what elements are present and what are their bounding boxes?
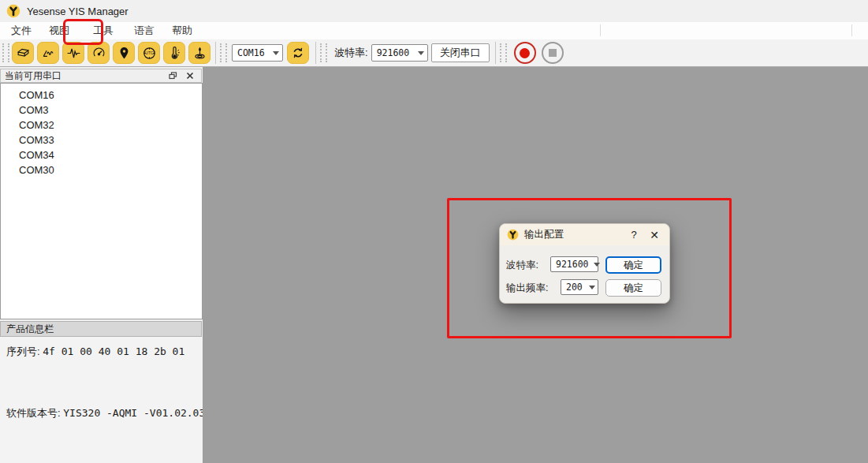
port-select[interactable]: COM16	[232, 44, 283, 62]
info-panel-header: 产品信息栏	[0, 321, 202, 337]
serial-number-label: 序列号:	[6, 345, 40, 357]
toolbar-separator	[495, 42, 496, 64]
ports-panel-title: 当前可用串口	[5, 69, 166, 83]
float-panel-icon	[169, 72, 177, 80]
dialog-help-button[interactable]: ?	[625, 229, 643, 241]
dialog-baud-select[interactable]: 921600	[550, 256, 598, 272]
software-version-line: 软件版本号: YIS320 -AQMI -V01.02.03;	[6, 406, 211, 420]
refresh-icon	[291, 46, 305, 60]
info-panel-body: 序列号: 4f 01 00 40 01 18 2b 01 软件版本号: YIS3…	[0, 337, 203, 463]
info-panel-title: 产品信息栏	[6, 323, 54, 336]
baud-rate-select[interactable]: 921600	[371, 44, 428, 62]
port-select-value: COM16	[237, 47, 268, 58]
gauge-icon	[91, 46, 106, 61]
location-pin-button[interactable]	[113, 42, 135, 64]
altimeter-button[interactable]	[188, 42, 210, 64]
close-serial-port-button[interactable]: 关闭串口	[431, 43, 490, 62]
menu-item-help[interactable]: 帮助	[166, 22, 199, 39]
box-3d-button[interactable]	[12, 42, 34, 64]
serial-number-value: 4f 01 00 40 01 18 2b 01	[43, 345, 184, 357]
dialog-rate-row: 输出频率: 200 确定	[500, 279, 669, 297]
dialog-rate-ok-button[interactable]: 确定	[605, 279, 661, 297]
menu-item-tools[interactable]: 工具	[87, 22, 120, 39]
dialog-close-button[interactable]: ✕	[643, 229, 666, 241]
menu-item-language[interactable]: 语言	[128, 22, 161, 39]
left-dock-area: 当前可用串口 COM16 COM3 COM32 COM33 COM34 COM3…	[0, 67, 203, 463]
dialog-rate-label: 输出频率:	[506, 279, 548, 297]
dialog-title: 输出配置	[524, 228, 625, 241]
chevron-down-icon	[594, 263, 600, 267]
toolbar: UTC COM16	[0, 39, 868, 67]
dialog-baud-value: 921600	[556, 259, 589, 270]
refresh-ports-button[interactable]	[287, 42, 309, 64]
menubar: 文件 视图 工具 语言 帮助	[0, 22, 868, 40]
toolbar-drag-handle[interactable]	[500, 43, 507, 62]
float-panel-button[interactable]	[166, 70, 179, 81]
record-icon	[520, 48, 530, 58]
toolbar-separator	[315, 42, 316, 64]
svg-text:UTC: UTC	[145, 50, 154, 55]
dialog-baud-ok-button[interactable]: 确定	[605, 256, 661, 274]
gauge-button[interactable]	[88, 42, 110, 64]
waveform-icon	[66, 46, 81, 61]
dialog-logo-icon	[507, 229, 519, 241]
menu-item-file[interactable]: 文件	[5, 22, 38, 39]
app-logo-icon	[6, 4, 20, 18]
stop-icon	[549, 49, 557, 57]
output-config-dialog: 输出配置 ? ✕ 波特率: 921600 确定 输出频率: 200 确定	[499, 223, 670, 304]
dialog-rate-select[interactable]: 200	[561, 279, 598, 295]
software-version-label: 软件版本号:	[6, 407, 61, 419]
ports-list: COM16 COM3 COM32 COM33 COM34 COM30	[0, 83, 203, 319]
record-button[interactable]	[514, 42, 536, 64]
chevron-down-icon	[418, 51, 424, 55]
dialog-baud-label: 波特率:	[506, 256, 538, 274]
angle-wave-button[interactable]	[37, 42, 59, 64]
dialog-rate-value: 200	[566, 282, 584, 293]
angle-wave-icon	[41, 46, 56, 61]
toolbar-drag-handle[interactable]	[320, 43, 327, 62]
chevron-down-icon	[273, 51, 279, 55]
baud-rate-label: 波特率:	[334, 46, 368, 60]
location-pin-icon	[117, 46, 132, 61]
toolbar-drag-handle[interactable]	[220, 43, 227, 62]
titlebar: Yesense YIS Manager	[0, 0, 868, 22]
serial-number-line: 序列号: 4f 01 00 40 01 18 2b 01	[6, 345, 184, 359]
chevron-down-icon	[589, 286, 595, 289]
stop-button[interactable]	[542, 42, 564, 64]
dialog-titlebar[interactable]: 输出配置 ? ✕	[500, 224, 669, 245]
thermometer-icon	[167, 46, 182, 61]
list-item[interactable]: COM33	[1, 133, 202, 147]
utc-clock-icon: UTC	[142, 46, 157, 61]
list-item[interactable]: COM32	[1, 118, 202, 133]
baud-rate-value: 921600	[377, 47, 413, 58]
ports-panel-header: 当前可用串口	[0, 69, 202, 83]
utc-clock-button[interactable]: UTC	[138, 42, 160, 64]
dialog-baud-row: 波特率: 921600 确定	[500, 256, 669, 274]
box-3d-icon	[16, 46, 31, 61]
menu-item-view[interactable]: 视图	[43, 22, 76, 39]
dock-separator	[600, 24, 601, 36]
app-window: Yesense YIS Manager 文件 视图 工具 语言 帮助	[0, 0, 868, 463]
waveform-button[interactable]	[62, 42, 84, 64]
toolbar-separator	[215, 42, 216, 64]
list-item[interactable]: COM3	[1, 103, 202, 118]
list-item[interactable]: COM16	[1, 88, 202, 103]
dock-separator	[851, 24, 852, 36]
close-panel-button[interactable]	[184, 70, 196, 81]
list-item[interactable]: COM30	[1, 162, 202, 177]
software-version-value: YIS320 -AQMI -V01.02.03;	[63, 407, 211, 419]
list-item[interactable]: COM34	[1, 147, 202, 162]
window-title: Yesense YIS Manager	[27, 6, 129, 17]
toolbar-drag-handle[interactable]	[2, 43, 9, 62]
thermometer-button[interactable]	[163, 42, 185, 64]
altimeter-icon	[192, 46, 207, 61]
close-icon	[186, 72, 194, 80]
